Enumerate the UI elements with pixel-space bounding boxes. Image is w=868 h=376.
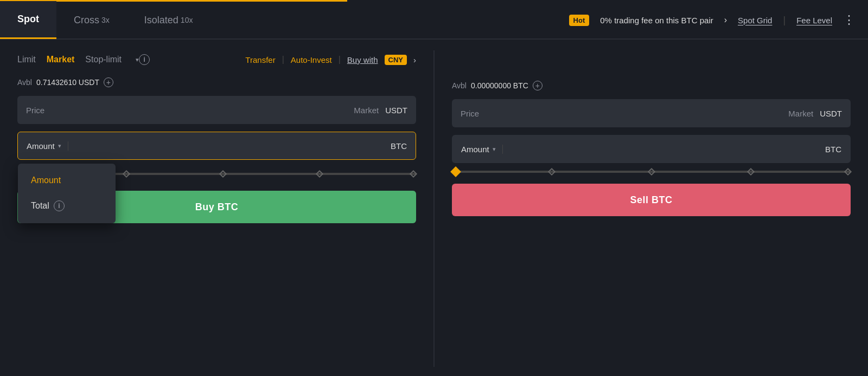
buy-avbl-row: Avbl 0.71432610 USDT +	[17, 77, 416, 87]
hot-badge: Hot	[569, 15, 590, 26]
sell-add-funds-icon[interactable]: +	[533, 81, 542, 90]
buy-slider-dot-50[interactable]	[219, 170, 227, 177]
buy-slider-dot-100[interactable]	[410, 170, 417, 177]
amount-chevron-buy[interactable]: ▾	[58, 142, 61, 150]
fee-level-link[interactable]: Fee Level	[796, 16, 832, 25]
sell-slider-thumb[interactable]	[450, 166, 461, 177]
buy-avbl-label: Avbl	[17, 78, 32, 87]
spot-grid-link[interactable]: Spot Grid	[738, 16, 772, 25]
buy-price-label: Price	[26, 106, 354, 115]
auto-invest-link[interactable]: Auto-Invest	[291, 55, 332, 64]
sell-amount-input[interactable]	[509, 145, 825, 154]
buy-amount-field[interactable]: Amount ▾ BTC Amount Total i	[17, 132, 416, 160]
sell-avbl-label: Avbl	[452, 81, 467, 90]
stop-limit-btn[interactable]: Stop-limit	[85, 53, 122, 67]
buy-price-market: Market	[354, 106, 379, 115]
sell-price-label: Price	[461, 109, 788, 118]
sell-slider-track[interactable]	[452, 171, 851, 173]
market-btn[interactable]: Market	[47, 53, 75, 67]
amount-selector-sell[interactable]: Amount ▾	[461, 145, 503, 154]
order-info-icon[interactable]: i	[139, 54, 150, 65]
tab-spot[interactable]: Spot	[0, 1, 56, 39]
buy-avbl-value: 0.71432610 USDT	[36, 78, 99, 87]
amount-selector-buy[interactable]: Amount ▾	[27, 141, 68, 151]
sell-slider-row	[452, 171, 851, 173]
top-bar: Spot Cross 3x Isolated 10x Hot 0% tradin…	[0, 2, 868, 40]
sell-slider-dot-50[interactable]	[647, 168, 655, 176]
sell-avbl-row: Avbl 0.00000000 BTC +	[452, 81, 851, 90]
buy-slider-dot-25[interactable]	[123, 170, 130, 177]
sell-price-currency: USDT	[820, 109, 842, 118]
cny-badge[interactable]: CNY	[385, 55, 407, 65]
sell-order-types-placeholder	[452, 53, 851, 70]
buy-price-currency: USDT	[385, 106, 407, 115]
tab-isolated[interactable]: Isolated 10x	[127, 1, 210, 39]
buy-slider-dot-75[interactable]	[316, 170, 323, 177]
amount-dropdown-buy: Amount Total i	[18, 164, 116, 223]
sell-btc-button[interactable]: Sell BTC	[452, 184, 851, 216]
dropdown-item-amount[interactable]: Amount	[18, 168, 116, 193]
buy-amount-currency: BTC	[391, 141, 407, 151]
order-types-row: Limit Market Stop-limit ▾ i Transfer | A…	[17, 53, 416, 67]
sell-amount-field[interactable]: Amount ▾ BTC	[452, 135, 851, 163]
promo-arrow: ›	[724, 15, 727, 25]
sell-slider-dot-25[interactable]	[548, 168, 556, 176]
stop-limit-row: Stop-limit ▾	[85, 53, 139, 67]
dropdown-item-total[interactable]: Total i	[18, 193, 116, 219]
buy-panel: Limit Market Stop-limit ▾ i Transfer | A…	[0, 40, 433, 376]
top-bar-right: Hot 0% trading fee on this BTC pair › Sp…	[569, 13, 868, 27]
more-options-icon[interactable]: ⋮	[843, 13, 855, 27]
amount-chevron-sell[interactable]: ▾	[493, 146, 496, 153]
sell-price-field[interactable]: Price Market USDT	[452, 99, 851, 127]
buy-with-label[interactable]: Buy with	[347, 55, 378, 64]
buy-add-funds-icon[interactable]: +	[104, 77, 113, 87]
sell-slider-dot-100[interactable]	[844, 168, 852, 176]
promo-text[interactable]: 0% trading fee on this BTC pair	[600, 16, 713, 25]
separator-1: |	[783, 15, 786, 26]
amount-selector-label-buy: Amount	[27, 141, 55, 151]
sell-price-market: Market	[788, 109, 813, 118]
tab-cross[interactable]: Cross 3x	[56, 1, 127, 39]
sell-avbl-value: 0.00000000 BTC	[471, 81, 528, 90]
transfer-link[interactable]: Transfer	[245, 55, 275, 64]
buy-with-chevron[interactable]: ›	[413, 55, 416, 64]
sell-panel: Avbl 0.00000000 BTC + Price Market USDT …	[435, 40, 868, 376]
sell-slider-dot-75[interactable]	[747, 168, 755, 176]
buy-amount-input[interactable]	[75, 141, 391, 151]
limit-btn[interactable]: Limit	[17, 53, 36, 67]
sell-amount-currency: BTC	[825, 145, 841, 154]
total-info-icon[interactable]: i	[54, 200, 65, 211]
main-content: Limit Market Stop-limit ▾ i Transfer | A…	[0, 40, 868, 376]
amount-selector-label-sell: Amount	[461, 145, 489, 154]
buy-price-field[interactable]: Price Market USDT	[17, 96, 416, 124]
right-order-actions: Transfer | Auto-Invest | Buy with CNY ›	[245, 55, 416, 65]
